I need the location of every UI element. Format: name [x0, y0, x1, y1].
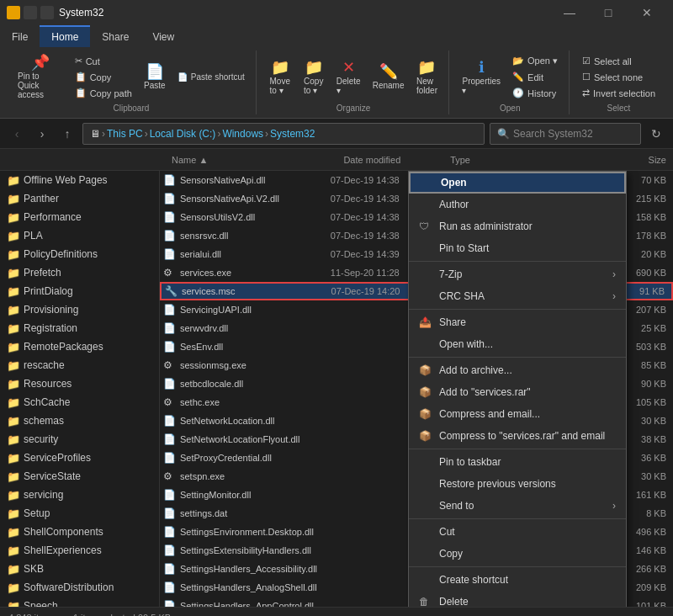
file-icon: ⚙: [163, 396, 177, 408]
sidebar-item-label: Registration: [24, 322, 77, 334]
ctx-send-to-label: Send to: [439, 500, 474, 512]
ctx-7zip[interactable]: 7-Zip ›: [409, 263, 626, 285]
file-icon: 📄: [163, 230, 177, 242]
sidebar-item-servicestate[interactable]: 📁 ServiceState: [0, 467, 159, 486]
path-thispc[interactable]: This PC: [107, 128, 143, 140]
minimize-button[interactable]: —: [550, 0, 589, 25]
tab-share[interactable]: Share: [90, 25, 140, 47]
search-box[interactable]: 🔍 Search System32: [490, 123, 641, 145]
copy-path-button[interactable]: 📋 Copy path: [71, 86, 136, 100]
tab-file[interactable]: File: [0, 25, 40, 47]
back-button[interactable]: ‹: [7, 124, 27, 144]
ctx-compress-rar-email[interactable]: 📦 Compress to "services.rar" and email: [409, 425, 626, 447]
delete-icon: ✕: [342, 60, 355, 75]
sidebar-item-remotepackages[interactable]: 📁 RemotePackages: [0, 337, 159, 356]
invert-label: Invert selection: [593, 88, 655, 98]
ctx-cut[interactable]: Cut: [409, 521, 626, 543]
new-folder-button[interactable]: 📁 Newfolder: [411, 57, 442, 98]
path-localdisk[interactable]: Local Disk (C:): [150, 128, 216, 140]
paste-button[interactable]: 📄 Paste: [140, 61, 170, 93]
ctx-add-to-archive[interactable]: 📦 Add to archive...: [409, 359, 626, 381]
sidebar-item-schemas[interactable]: 📁 schemas: [0, 412, 159, 430]
ctx-open[interactable]: Open: [409, 172, 626, 194]
up-button[interactable]: ↑: [57, 124, 77, 144]
open-button[interactable]: 📂 Open ▾: [508, 54, 562, 68]
copy-path-icon: 📋: [75, 88, 87, 98]
sidebar-item-label: PolicyDefinitions: [24, 248, 98, 260]
sidebar-item-resources[interactable]: 📁 Resources: [0, 374, 159, 393]
col-header-type[interactable]: Type: [443, 155, 607, 165]
ctx-author[interactable]: Author: [409, 194, 626, 215]
edit-button[interactable]: ✏️ Edit: [508, 70, 562, 84]
sidebar-item-provisioning[interactable]: 📁 Provisioning: [0, 300, 159, 319]
sidebar-item-policydefinitions[interactable]: 📁 PolicyDefinitions: [0, 245, 159, 263]
path-system32[interactable]: System32: [270, 128, 315, 140]
ctx-run-as-admin[interactable]: 🛡 Run as administrator: [409, 215, 626, 237]
delete-button[interactable]: ✕ Delete▾: [332, 57, 365, 98]
sidebar-item-speech[interactable]: 📁 Speech: [0, 597, 159, 607]
history-button[interactable]: 🕐 History: [508, 86, 562, 100]
path-windows[interactable]: Windows: [222, 128, 263, 140]
ctx-copy[interactable]: Copy: [409, 543, 626, 565]
select-none-label: Select none: [594, 72, 643, 82]
sidebar-item-offline-web-pages[interactable]: 📁 Offline Web Pages: [0, 171, 159, 189]
invert-selection-button[interactable]: ⇄ Invert selection: [578, 86, 660, 100]
sidebar-item-printdialog[interactable]: 📁 PrintDialog: [0, 282, 159, 300]
sidebar-item-servicing[interactable]: 📁 servicing: [0, 486, 159, 504]
folder-icon: 📁: [7, 489, 20, 502]
sidebar-item-pla[interactable]: 📁 PLA: [0, 226, 159, 245]
sidebar-item-softwaredistribution[interactable]: 📁 SoftwareDistribution: [0, 578, 159, 597]
sidebar-item-shellexperiences[interactable]: 📁 ShellExperiences: [0, 541, 159, 560]
paste-shortcut-button[interactable]: 📄 Paste shortcut: [173, 71, 249, 83]
sidebar-item-label: Provisioning: [24, 304, 78, 316]
pin-to-quick-access-button[interactable]: 📌 Pin to Quickaccess: [13, 52, 67, 102]
invert-icon: ⇄: [582, 88, 590, 98]
tab-view[interactable]: View: [140, 25, 186, 47]
ctx-send-to[interactable]: Send to ›: [409, 495, 626, 517]
ctx-create-shortcut[interactable]: Create shortcut: [409, 569, 626, 591]
sidebar-item-skb[interactable]: 📁 SKB: [0, 560, 159, 578]
ctx-compress-email[interactable]: 📦 Compress and email...: [409, 403, 626, 425]
sidebar-item-security[interactable]: 📁 security: [0, 430, 159, 449]
sidebar-item-registration[interactable]: 📁 Registration: [0, 319, 159, 337]
forward-button[interactable]: ›: [32, 124, 52, 144]
compress-rar-email-icon: 📦: [419, 430, 432, 442]
ctx-pin-taskbar[interactable]: Pin to taskbar: [409, 451, 626, 473]
select-all-button[interactable]: ☑ Select all: [578, 54, 660, 68]
folder-icon: 📁: [7, 563, 20, 576]
sidebar-item-prefetch[interactable]: 📁 Prefetch: [0, 263, 159, 282]
ctx-restore-versions[interactable]: Restore previous versions: [409, 473, 626, 495]
file-name: SetNetworkLocationFlyout.dll: [180, 434, 331, 444]
ctx-delete[interactable]: 🗑 Delete: [409, 591, 626, 607]
select-none-button[interactable]: ☐ Select none: [578, 70, 660, 84]
col-header-name[interactable]: Name ▲: [165, 155, 336, 165]
refresh-button[interactable]: ↻: [646, 124, 666, 144]
sidebar-item-setup[interactable]: 📁 Setup: [0, 504, 159, 523]
address-path[interactable]: 🖥 › This PC › Local Disk (C:) › Windows …: [82, 123, 485, 145]
col-header-date[interactable]: Date modified: [336, 155, 443, 165]
sidebar-item-shellcomponents[interactable]: 📁 ShellComponents: [0, 523, 159, 541]
col-header-size[interactable]: Size: [607, 155, 673, 165]
ctx-share[interactable]: 📤 Share: [409, 311, 626, 333]
properties-button[interactable]: ℹ Properties▾: [458, 57, 505, 98]
ctx-pin-to-start[interactable]: Pin to Start: [409, 237, 626, 259]
ctx-crc-sha[interactable]: CRC SHA ›: [409, 285, 626, 307]
move-to-button[interactable]: 📁 Moveto ▾: [265, 57, 295, 98]
tab-home[interactable]: Home: [40, 25, 90, 47]
sidebar-item-serviceprofiles[interactable]: 📁 ServiceProfiles: [0, 449, 159, 467]
sidebar-item-rescache[interactable]: 📁 rescache: [0, 356, 159, 374]
ctx-open-with[interactable]: Open with...: [409, 333, 626, 355]
rename-button[interactable]: ✏️ Rename: [368, 61, 409, 93]
sidebar-item-panther[interactable]: 📁 Panther: [0, 189, 159, 208]
copy-button[interactable]: 📋 Copy: [71, 70, 136, 84]
ctx-add-to-rar[interactable]: 📦 Add to "services.rar": [409, 381, 626, 403]
sidebar-item-schcache[interactable]: 📁 SchCache: [0, 393, 159, 412]
file-icon: 📄: [163, 304, 177, 316]
ribbon-group-open: ℹ Properties▾ 📂 Open ▾ ✏️ Edit 🕐 History: [451, 50, 570, 114]
copy-to-button[interactable]: 📁 Copyto ▾: [299, 57, 329, 98]
sidebar-item-performance[interactable]: 📁 Performance: [0, 208, 159, 226]
cut-button[interactable]: ✂ Cut: [71, 54, 136, 68]
maximize-button[interactable]: □: [589, 0, 628, 25]
close-button[interactable]: ✕: [628, 0, 666, 25]
shield-icon: 🛡: [419, 220, 432, 232]
